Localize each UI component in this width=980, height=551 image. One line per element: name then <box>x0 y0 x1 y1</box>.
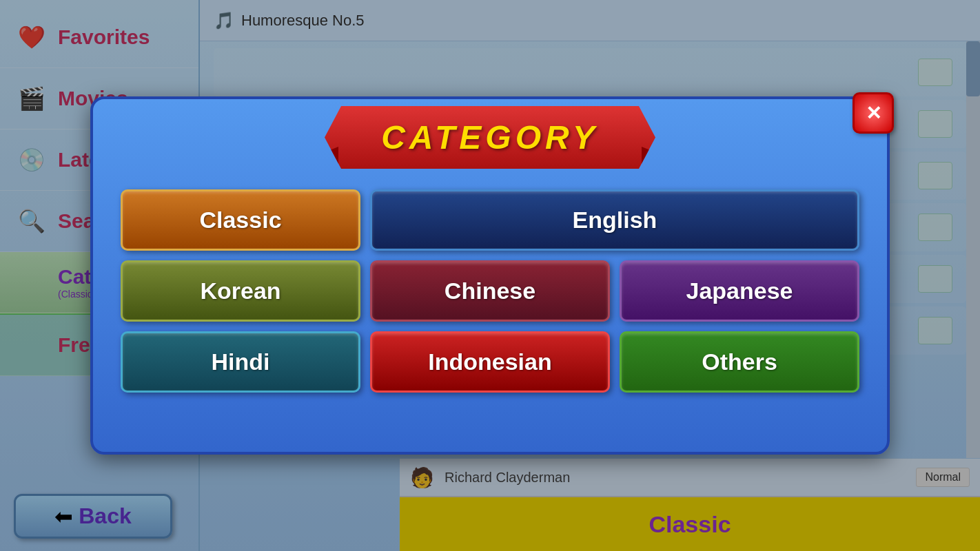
close-icon: ✕ <box>866 102 881 125</box>
category-japanese-button[interactable]: Japanese <box>620 260 859 322</box>
category-indonesian-button[interactable]: Indonesian <box>370 331 610 393</box>
banner-left-decoration <box>304 147 338 174</box>
close-button[interactable]: ✕ <box>853 92 894 134</box>
category-banner: CATEGORY <box>121 106 859 169</box>
modal-overlay: ✕ CATEGORY Classic English Korean Chines… <box>0 0 980 551</box>
category-grid: Classic English Korean Chinese Japanese … <box>121 189 859 393</box>
modal-title: CATEGORY <box>381 119 599 156</box>
category-korean-button[interactable]: Korean <box>121 260 360 322</box>
banner-shape: CATEGORY <box>325 106 655 169</box>
banner-right-decoration <box>642 147 676 174</box>
category-classic-button[interactable]: Classic <box>121 189 360 251</box>
category-hindi-button[interactable]: Hindi <box>121 331 360 393</box>
category-modal: ✕ CATEGORY Classic English Korean Chines… <box>90 96 890 455</box>
category-chinese-button[interactable]: Chinese <box>370 260 610 322</box>
category-english-button[interactable]: English <box>370 189 859 251</box>
category-others-button[interactable]: Others <box>620 331 859 393</box>
